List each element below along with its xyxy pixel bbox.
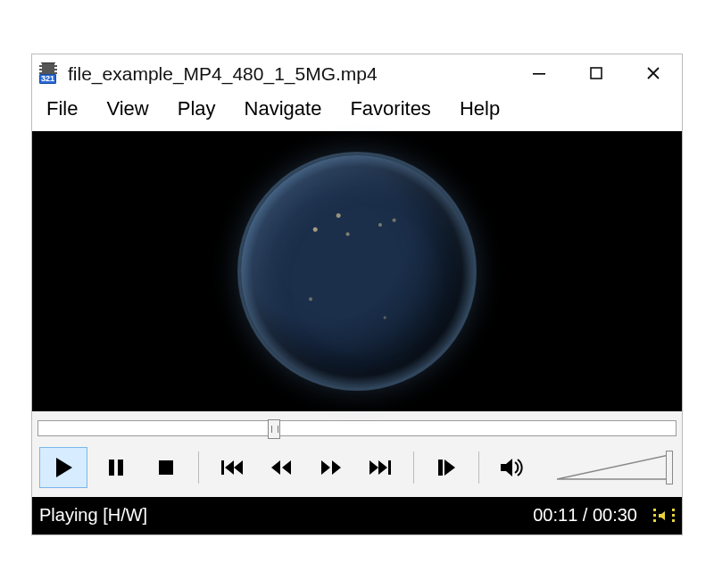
menubar: File View Play Navigate Favorites Help <box>32 94 682 131</box>
maximize-icon <box>588 65 604 81</box>
pause-icon <box>103 454 129 481</box>
app-icon-badge: 321 <box>39 74 56 84</box>
frame-step-icon <box>433 454 460 481</box>
volume-control <box>557 452 675 483</box>
svg-rect-3 <box>109 460 114 476</box>
skip-previous-icon <box>218 454 245 481</box>
volume-slider[interactable] <box>557 452 673 483</box>
menu-play[interactable]: Play <box>174 95 220 122</box>
fast-forward-icon <box>318 454 345 481</box>
svg-marker-10 <box>282 460 291 475</box>
maximize-button[interactable] <box>568 55 625 91</box>
forward-button[interactable] <box>310 449 353 486</box>
svg-marker-9 <box>271 460 280 475</box>
svg-rect-5 <box>159 460 173 475</box>
menu-navigate[interactable]: Navigate <box>241 95 326 122</box>
svg-marker-20 <box>659 511 665 520</box>
skip-next-icon <box>368 454 394 481</box>
statusbar: Playing [H/W] 00:11 / 00:30 <box>32 497 682 534</box>
svg-rect-15 <box>388 460 391 475</box>
svg-marker-2 <box>56 458 72 477</box>
video-frame-earth <box>241 155 473 387</box>
play-icon <box>50 454 77 481</box>
window-title: file_example_MP4_480_1_5MG.mp4 <box>68 62 511 85</box>
seek-thumb[interactable] <box>268 419 280 439</box>
play-button[interactable] <box>39 447 87 488</box>
svg-marker-13 <box>369 460 378 475</box>
svg-rect-1 <box>591 68 602 79</box>
svg-rect-6 <box>221 460 224 475</box>
menu-favorites[interactable]: Favorites <box>346 95 434 122</box>
stop-icon <box>153 454 179 481</box>
svg-marker-18 <box>501 459 512 476</box>
time-display: 00:11 / 00:30 <box>533 505 637 526</box>
svg-marker-8 <box>234 460 243 475</box>
minimize-button[interactable] <box>511 55 568 91</box>
volume-thumb[interactable] <box>666 451 673 484</box>
previous-button[interactable] <box>210 449 253 486</box>
svg-rect-0 <box>533 73 545 75</box>
volume-triangle-icon <box>557 452 673 483</box>
separator <box>413 451 414 484</box>
svg-marker-17 <box>444 460 455 476</box>
rewind-icon <box>268 454 295 481</box>
seek-bar-row <box>32 411 682 442</box>
svg-marker-11 <box>321 460 330 475</box>
transport-controls <box>32 442 682 497</box>
step-button[interactable] <box>425 449 468 486</box>
stop-button[interactable] <box>145 449 187 486</box>
menu-help[interactable]: Help <box>456 95 503 122</box>
menu-view[interactable]: View <box>103 95 152 122</box>
pause-button[interactable] <box>95 449 137 486</box>
playback-state: Playing [H/W] <box>39 505 147 526</box>
next-button[interactable] <box>360 449 403 486</box>
svg-rect-16 <box>438 460 443 476</box>
separator <box>478 451 479 484</box>
audio-channel-indicator[interactable] <box>653 509 675 522</box>
speaker-small-icon <box>658 509 670 522</box>
seek-bar[interactable] <box>37 420 677 436</box>
svg-marker-7 <box>225 460 234 475</box>
app-icon: 321 <box>39 62 61 84</box>
svg-marker-19 <box>557 454 673 479</box>
svg-marker-12 <box>332 460 341 475</box>
svg-rect-4 <box>118 460 123 476</box>
rewind-button[interactable] <box>260 449 303 486</box>
menu-file[interactable]: File <box>43 95 81 122</box>
player-window: 321 file_example_MP4_480_1_5MG.mp4 File … <box>31 54 683 535</box>
window-controls <box>511 55 682 91</box>
close-button[interactable] <box>625 55 682 91</box>
minimize-icon <box>531 65 547 81</box>
speaker-icon <box>498 454 525 481</box>
close-icon <box>645 65 661 81</box>
separator <box>198 451 199 484</box>
titlebar[interactable]: 321 file_example_MP4_480_1_5MG.mp4 <box>32 54 682 94</box>
mute-button[interactable] <box>490 449 533 486</box>
svg-marker-14 <box>378 460 387 475</box>
video-area[interactable] <box>32 131 682 411</box>
